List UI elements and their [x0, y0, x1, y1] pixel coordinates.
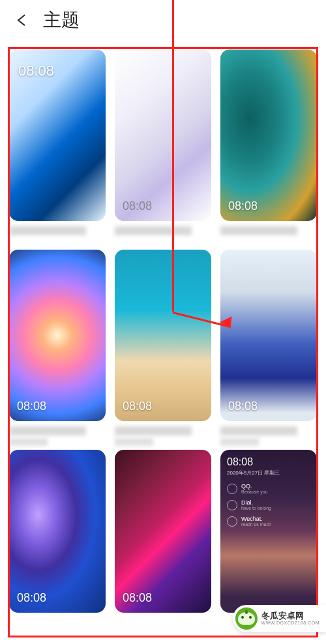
theme-thumbnail[interactable]: 08:08 2020年5月27日 星期三 QQ. Because you Dia…	[220, 450, 317, 613]
back-icon[interactable]	[13, 11, 31, 29]
theme-caption	[9, 226, 106, 237]
lock-row-label: Wechat.	[241, 516, 271, 522]
page-title: 主题	[43, 8, 80, 33]
watermark: 冬瓜安卓网 WWW.DGXCDZ168.COM	[233, 605, 326, 632]
theme-card[interactable]: 08:08	[115, 50, 211, 241]
theme-thumbnail[interactable]: 08:08	[9, 450, 106, 613]
header: 主题	[0, 0, 326, 40]
theme-thumbnail[interactable]: 08:08	[115, 50, 211, 221]
app-icon	[227, 516, 237, 527]
watermark-title: 冬瓜安卓网	[261, 611, 319, 621]
theme-time: 08:08	[123, 199, 152, 213]
theme-caption	[115, 426, 211, 437]
lock-row-sub: reach us much	[241, 522, 271, 527]
theme-card[interactable]: 08:08	[9, 450, 106, 613]
theme-time: 08:08	[123, 591, 152, 605]
lock-row: Wechat. reach us much	[227, 516, 310, 527]
theme-grid: 08:08 08:08 08:08 08:08 08:08	[0, 40, 326, 622]
theme-thumbnail[interactable]: 08:08	[220, 50, 317, 221]
theme-caption	[9, 426, 106, 437]
theme-card[interactable]: 08:08 2020年5月27日 星期三 QQ. Because you Dia…	[220, 450, 317, 613]
theme-time: 08:08	[227, 456, 253, 468]
theme-time: 08:08	[17, 591, 46, 605]
watermark-url: WWW.DGXCDZ168.COM	[261, 621, 319, 626]
theme-thumbnail[interactable]: 08:08	[115, 250, 211, 421]
theme-caption	[220, 426, 317, 437]
theme-card[interactable]: 08:08	[220, 50, 317, 241]
theme-thumbnail[interactable]: 08:08	[9, 250, 106, 421]
lock-row: Dial. have to belong	[227, 499, 310, 510]
theme-card[interactable]: 08:08	[9, 50, 106, 241]
lock-row-label: Dial.	[241, 499, 271, 506]
lock-row-sub: have to belong	[241, 506, 271, 510]
theme-time: 08:08	[123, 400, 152, 413]
theme-card[interactable]: 08:08	[220, 250, 317, 441]
lock-row: QQ. Because you	[227, 483, 310, 494]
theme-card[interactable]: 08:08	[9, 250, 106, 441]
theme-time: 08:08	[18, 63, 54, 80]
theme-card[interactable]: 08:08	[115, 450, 211, 613]
theme-thumbnail[interactable]: 08:08	[9, 50, 106, 221]
app-icon	[227, 500, 237, 510]
theme-caption	[220, 226, 317, 237]
theme-time: 08:08	[228, 400, 258, 413]
theme-time: 08:08	[17, 400, 46, 413]
theme-time: 08:08	[228, 199, 258, 213]
lock-row-label: QQ.	[241, 483, 267, 490]
theme-caption	[115, 226, 211, 237]
theme-card[interactable]: 08:08	[115, 250, 211, 441]
lock-date: 2020年5月27日 星期三	[227, 469, 280, 476]
theme-thumbnail[interactable]: 08:08	[220, 250, 317, 421]
watermark-icon	[235, 607, 258, 630]
app-icon	[227, 484, 237, 494]
theme-thumbnail[interactable]: 08:08	[115, 450, 211, 613]
lock-row-sub: Because you	[241, 490, 267, 494]
